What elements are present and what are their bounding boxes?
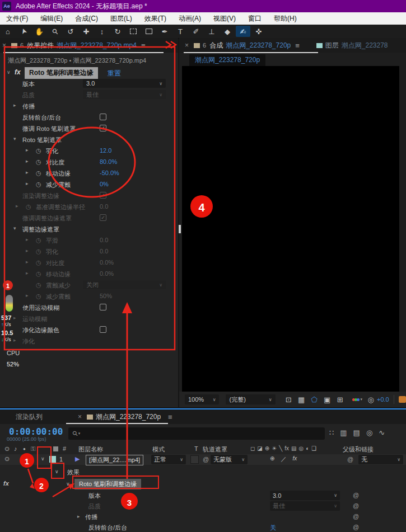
layer-expand-icon[interactable]: ∨ (41, 456, 45, 462)
graph-editor-icon[interactable]: ∿ (379, 429, 385, 437)
layer-name-column-header[interactable]: 图层名称 (78, 445, 103, 454)
property-checkbox[interactable] (100, 114, 106, 120)
blend-mode-select[interactable]: 正常∨ (151, 455, 186, 464)
property-checkbox[interactable] (100, 326, 106, 333)
composition-view[interactable] (182, 66, 399, 392)
close-icon[interactable]: × (78, 413, 82, 421)
property-checkbox[interactable]: ✓ (100, 125, 106, 131)
expand-arrow-icon[interactable]: ▸ (26, 237, 29, 242)
property-checkbox[interactable] (100, 304, 106, 310)
parent-select[interactable]: 无∨ (358, 455, 403, 464)
orbit-camera-tool-icon[interactable]: ↺ (63, 26, 78, 37)
layer-switch-0[interactable]: ⊕ (270, 455, 274, 463)
shy-layers-icon[interactable]: ▤ (353, 429, 360, 437)
property-dropdown[interactable]: 3.0∨ (270, 491, 340, 500)
stopwatch-icon[interactable]: ◷ (36, 281, 41, 289)
mode-column-header[interactable]: 模式 (152, 445, 165, 454)
expand-arrow-icon[interactable]: ▸ (13, 102, 16, 108)
expand-arrow-icon[interactable]: ▸ (26, 293, 29, 298)
exposure-value[interactable]: +0.0 (377, 396, 389, 403)
t-column-header[interactable]: T (194, 445, 198, 452)
track-matte-column-header[interactable]: 轨道遮罩 (203, 445, 227, 454)
property-value[interactable]: 0.0 (100, 248, 108, 255)
stopwatch-icon[interactable]: ◷ (36, 147, 41, 154)
property-dropdown[interactable]: 最佳∨ (270, 501, 340, 511)
property-value[interactable]: -50.0% (100, 170, 119, 176)
search-input[interactable]: ⚲ ▾ (68, 427, 325, 440)
menu-item-8[interactable]: 帮助(H) (268, 12, 303, 25)
expand-arrow-icon[interactable]: ▸ (16, 203, 18, 209)
brush-tool-icon[interactable]: ✐ (189, 26, 203, 37)
parent-link-column-header[interactable]: 父级和链接 (343, 445, 374, 454)
collapse-chevron-icon[interactable]: ∨ (7, 69, 11, 75)
property-dropdown[interactable]: 3.0∨ (83, 79, 166, 88)
property-value[interactable]: 0.0 (100, 203, 108, 210)
stopwatch-icon[interactable]: ◷ (36, 158, 41, 166)
expand-arrow-icon[interactable]: ▸ (26, 270, 29, 276)
menu-item-4[interactable]: 效果(T) (138, 12, 172, 25)
puppet-pin-tool-icon[interactable]: ✜ (251, 26, 266, 37)
zoom-select[interactable]: 100%∨ (185, 394, 219, 404)
camera-tool-icon[interactable] (126, 26, 141, 37)
expand-arrow-icon[interactable]: ▸ (26, 181, 29, 186)
panel-menu-icon[interactable]: ≡ (141, 41, 146, 50)
property-dropdown[interactable]: 最佳∨ (83, 90, 166, 99)
pickwhip-icon[interactable]: @ (353, 502, 359, 509)
exposure-icon[interactable]: ◎ (365, 396, 377, 404)
property-dropdown[interactable]: 关闭∨ (83, 280, 166, 289)
motion-blur-icon[interactable]: ◎ (366, 429, 372, 437)
expand-arrow-icon[interactable]: ▸ (26, 170, 29, 175)
menu-item-0[interactable]: 文件(F) (0, 12, 34, 25)
menu-item-5[interactable]: 动画(A) (172, 12, 207, 25)
rotation-tool-icon[interactable]: ↻ (110, 26, 125, 37)
layer-source-name[interactable]: [潮点网_22....mp4] (86, 455, 143, 465)
selection-tool-icon[interactable]: ➤ (16, 22, 31, 40)
stopwatch-icon[interactable]: ◷ (36, 170, 41, 177)
preserve-transparency-toggle[interactable] (190, 455, 199, 464)
expand-arrow-icon[interactable]: ▸ (77, 514, 80, 519)
expand-arrow-icon[interactable]: ▾ (13, 225, 16, 231)
mini-flowchart-icon[interactable]: ∷ (329, 429, 334, 437)
property-value[interactable]: 50% (100, 293, 112, 299)
stopwatch-icon[interactable]: ◷ (36, 248, 41, 255)
property-value[interactable]: 0.0 (100, 237, 108, 243)
effect-expand-icon[interactable]: ∨ (66, 481, 70, 487)
panel-menu-icon[interactable]: ≡ (295, 41, 300, 50)
stopwatch-icon[interactable]: ◷ (36, 270, 41, 277)
panel-menu-icon[interactable]: ≡ (168, 413, 172, 421)
eraser-tool-icon[interactable]: ◆ (220, 26, 235, 37)
panel-splitter-handle[interactable] (179, 225, 181, 233)
text-tool-icon[interactable]: T (173, 26, 188, 37)
snapshot-icon[interactable]: ⊡ (282, 396, 295, 404)
track-z-camera-tool-icon[interactable]: ↕ (95, 26, 109, 37)
expand-arrow-icon[interactable]: ▾ (13, 136, 16, 142)
render-queue-tab[interactable]: 渲染队列 (16, 412, 43, 422)
timeline-comp-tab[interactable]: 潮点网_223278_720p (96, 412, 161, 422)
stopwatch-icon[interactable]: ◷ (36, 259, 41, 266)
effects-group-row[interactable]: ∨ 效果 (0, 467, 406, 478)
composition-tab[interactable]: 合成 (209, 41, 223, 50)
home-tool-icon[interactable]: ⌂ (1, 26, 15, 37)
property-value[interactable]: 80.0% (100, 158, 117, 165)
layer-visibility-icon[interactable]: ⊙ (4, 455, 10, 463)
stopwatch-icon[interactable]: ◷ (26, 203, 31, 210)
effect-controls-tab[interactable]: 效果控件 (27, 41, 54, 50)
layer-row[interactable]: ⊙ ∨ 1 ▶ [潮点网_22....mp4] 正常∨ @ 无蒙版∨ ⊕／fx … (0, 454, 406, 465)
expand-arrow-icon[interactable]: ▸ (26, 158, 29, 164)
stopwatch-icon[interactable]: ◷ (36, 237, 41, 244)
expand-arrow-icon[interactable]: ▸ (26, 259, 29, 265)
hand-tool-icon[interactable]: ✋ (32, 26, 46, 37)
menu-item-1[interactable]: 编辑(E) (34, 12, 69, 25)
property-value[interactable]: 0% (100, 181, 109, 187)
channel-icon[interactable]: ▾ (352, 397, 363, 402)
layer-switches[interactable]: ⊕／fx (270, 455, 297, 463)
parent-pickwhip-icon[interactable]: @ (347, 456, 353, 463)
layer-label-swatch[interactable] (49, 456, 56, 463)
layer-switch-2[interactable]: fx (292, 455, 297, 463)
selected-effect-name[interactable]: Roto 笔刷和调整边缘 (25, 67, 98, 79)
fx-badge-icon[interactable]: fx (3, 480, 9, 487)
pen-tool-icon[interactable]: ✒ (157, 26, 172, 37)
effects-expand-icon[interactable]: ∨ (55, 469, 59, 474)
menu-item-6[interactable]: 视图(V) (207, 12, 242, 25)
reset-link[interactable]: 重置 (108, 69, 121, 78)
